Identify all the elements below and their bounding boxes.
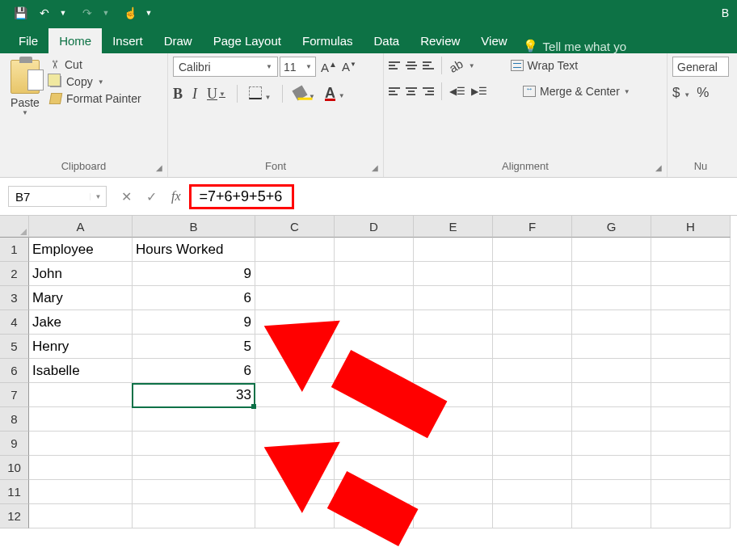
paste-button[interactable]: Paste ▼ (5, 57, 45, 116)
tab-view[interactable]: View (470, 28, 517, 53)
border-dropdown-icon[interactable]: ▼ (265, 94, 272, 101)
format-painter-button[interactable]: Format Painter (50, 92, 141, 105)
copy-button[interactable]: Copy ▼ (50, 75, 141, 88)
font-color-button[interactable]: A ▼ (325, 87, 345, 101)
cell-A11[interactable] (29, 480, 133, 504)
orientation-icon[interactable]: ab (447, 56, 465, 74)
row-header-1[interactable]: 1 (0, 238, 29, 262)
cell-D5[interactable] (335, 335, 414, 359)
cell-F1[interactable] (493, 238, 572, 262)
align-top-icon[interactable] (389, 61, 400, 69)
cell-C9[interactable] (255, 432, 335, 456)
cell-G12[interactable] (572, 504, 651, 528)
cell-A8[interactable] (29, 407, 133, 432)
cell-B2[interactable]: 9 (133, 262, 255, 286)
cell-D11[interactable] (335, 480, 414, 504)
copy-dropdown-icon[interactable]: ▼ (98, 78, 104, 86)
underline-dropdown-icon[interactable]: ▼ (219, 91, 225, 98)
row-header-5[interactable]: 5 (0, 335, 29, 359)
cell-G7[interactable] (572, 383, 651, 407)
cell-F10[interactable] (493, 456, 572, 480)
cell-D7[interactable] (335, 383, 414, 407)
formula-input[interactable]: =7+6+9+5+6 (189, 184, 294, 209)
cell-D1[interactable] (335, 238, 414, 262)
align-middle-icon[interactable] (406, 61, 417, 69)
cell-A6[interactable]: Isabelle (29, 359, 133, 383)
cell-C12[interactable] (255, 504, 335, 528)
row-header-3[interactable]: 3 (0, 286, 29, 310)
row-header-8[interactable]: 8 (0, 407, 29, 432)
increase-font-icon[interactable]: A▲ (321, 60, 337, 74)
cell-E3[interactable] (414, 286, 493, 310)
cell-D4[interactable] (335, 310, 414, 335)
cell-D3[interactable] (335, 286, 414, 310)
cell-E12[interactable] (414, 504, 493, 528)
merge-center-button[interactable]: Merge & Center ▼ (523, 85, 630, 98)
cell-D12[interactable] (335, 504, 414, 528)
row-header-2[interactable]: 2 (0, 262, 29, 286)
cell-E6[interactable] (414, 359, 493, 383)
cell-D2[interactable] (335, 262, 414, 286)
tab-file[interactable]: File (8, 28, 48, 53)
cell-G1[interactable] (572, 238, 651, 262)
cell-D9[interactable] (335, 432, 414, 456)
cell-B5[interactable]: 5 (133, 335, 255, 359)
cell-C6[interactable] (255, 359, 335, 383)
align-bottom-icon[interactable] (423, 61, 434, 69)
name-box[interactable]: B7 ▼ (8, 186, 107, 207)
tell-me[interactable]: 💡 Tell me what yo (523, 39, 626, 53)
cell-G11[interactable] (572, 480, 651, 504)
decrease-font-icon[interactable]: A▼ (342, 60, 356, 74)
font-size-select[interactable]: 11▼ (280, 57, 316, 77)
cell-E11[interactable] (414, 480, 493, 504)
touch-dropdown-icon[interactable]: ▼ (137, 3, 160, 23)
row-header-9[interactable]: 9 (0, 432, 29, 456)
cell-G10[interactable] (572, 456, 651, 480)
cell-H2[interactable] (651, 262, 731, 286)
paste-dropdown-icon[interactable]: ▼ (22, 109, 28, 116)
align-left-icon[interactable] (389, 87, 400, 95)
cell-E4[interactable] (414, 310, 493, 335)
col-header-B[interactable]: B (133, 216, 255, 238)
alignment-launcher-icon[interactable]: ◢ (655, 163, 662, 172)
cell-H10[interactable] (651, 456, 731, 480)
fx-icon[interactable]: fx (171, 189, 181, 204)
cell-B12[interactable] (133, 504, 255, 528)
name-box-value[interactable]: B7 (9, 190, 90, 204)
bold-button[interactable]: B (173, 86, 183, 103)
cell-G4[interactable] (572, 310, 651, 335)
cell-G3[interactable] (572, 286, 651, 310)
orientation-dropdown-icon[interactable]: ▼ (469, 62, 475, 69)
italic-button[interactable]: I (192, 86, 197, 103)
currency-button[interactable]: $ ▼ (672, 85, 690, 101)
cell-F2[interactable] (493, 262, 572, 286)
col-header-D[interactable]: D (335, 216, 414, 238)
font-launcher-icon[interactable]: ◢ (372, 163, 378, 172)
cell-H8[interactable] (651, 407, 731, 432)
cell-A4[interactable]: Jake (29, 310, 133, 335)
col-header-A[interactable]: A (29, 216, 133, 238)
col-header-E[interactable]: E (414, 216, 493, 238)
currency-dropdown-icon[interactable]: ▼ (684, 91, 690, 99)
tab-review[interactable]: Review (410, 28, 470, 53)
decrease-indent-icon[interactable]: ◀☰ (449, 86, 465, 97)
cell-E8[interactable] (414, 407, 493, 432)
cell-F12[interactable] (493, 504, 572, 528)
percent-button[interactable]: % (697, 85, 709, 101)
cell-E5[interactable] (414, 335, 493, 359)
font-color-dropdown-icon[interactable]: ▼ (339, 92, 345, 99)
increase-indent-icon[interactable]: ▶☰ (471, 86, 487, 97)
number-format-select[interactable]: General (672, 57, 729, 77)
cell-A9[interactable] (29, 432, 133, 456)
enter-formula-icon[interactable]: ✓ (146, 189, 157, 204)
cell-C8[interactable] (255, 407, 335, 432)
cell-E1[interactable] (414, 238, 493, 262)
cell-C2[interactable] (255, 262, 335, 286)
fill-color-button[interactable]: ▼ (294, 87, 315, 101)
cell-F9[interactable] (493, 432, 572, 456)
cell-G2[interactable] (572, 262, 651, 286)
row-header-11[interactable]: 11 (0, 480, 29, 504)
tab-data[interactable]: Data (363, 28, 410, 53)
cell-F8[interactable] (493, 407, 572, 432)
tab-formulas[interactable]: Formulas (292, 28, 364, 53)
